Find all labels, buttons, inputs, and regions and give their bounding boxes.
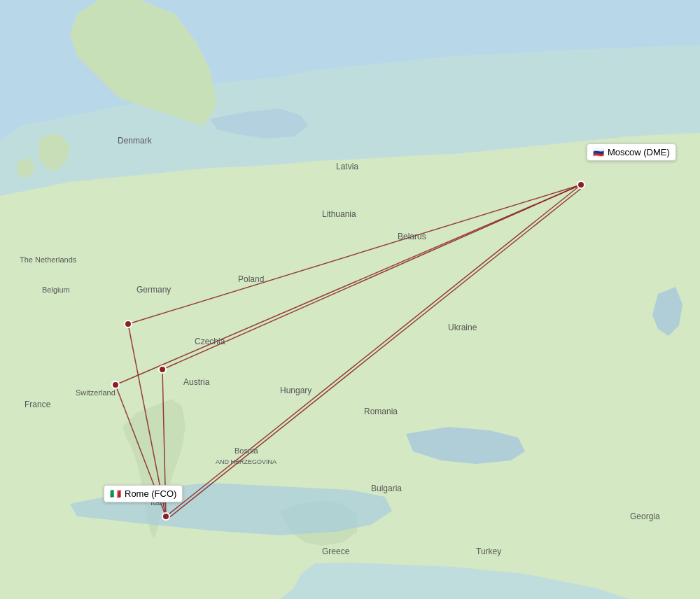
label-greece: Greece: [322, 547, 350, 556]
svg-point-10: [159, 366, 166, 373]
label-italy: Italy: [150, 498, 166, 507]
svg-point-11: [112, 381, 119, 388]
svg-point-12: [578, 181, 584, 188]
label-romania: Romania: [364, 407, 398, 416]
label-poland: Poland: [238, 274, 264, 284]
label-latvia: Latvia: [336, 162, 358, 171]
label-lithuania: Lithuania: [322, 209, 356, 219]
label-turkey: Turkey: [476, 547, 501, 556]
label-belgium: Belgium: [42, 286, 70, 294]
label-georgia: Georgia: [630, 512, 660, 521]
label-netherlands: The Netherlands: [20, 255, 77, 264]
label-bulgaria: Bulgaria: [371, 484, 402, 493]
label-bosnia: Bosnia: [234, 446, 259, 455]
label-hungary: Hungary: [280, 386, 312, 395]
label-czechia: Czechia: [195, 337, 225, 346]
label-ukraine: Ukraine: [448, 323, 477, 332]
svg-point-9: [125, 320, 132, 327]
label-herzegovina: AND HERZEGOVINA: [216, 458, 276, 465]
label-denmark: Denmark: [118, 136, 153, 146]
label-switzerland: Switzerland: [76, 388, 115, 397]
map-container: Denmark The Netherlands Belgium France S…: [0, 0, 700, 599]
svg-point-13: [162, 513, 169, 520]
map-svg: Denmark The Netherlands Belgium France S…: [0, 0, 700, 599]
label-germany: Germany: [136, 285, 171, 295]
label-austria: Austria: [183, 377, 210, 387]
label-belarus: Belarus: [398, 232, 426, 241]
label-france: France: [24, 400, 51, 409]
